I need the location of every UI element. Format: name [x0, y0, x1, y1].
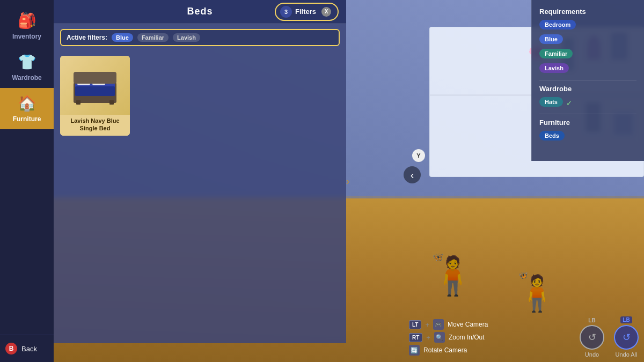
req-tag-beds[interactable]: Beds — [539, 131, 565, 141]
sidebar-item-furniture[interactable]: 🏠 Furniture — [0, 88, 54, 129]
y-button-area: Y — [412, 149, 425, 162]
filter-count: 3 — [280, 6, 292, 18]
panel-title: Beds — [187, 6, 213, 17]
bottom-controls: LT + 🎮 Move Camera RT + 🔍 Zoom In/Out 🔄 … — [409, 319, 488, 356]
furniture-section-title: Furniture — [539, 119, 636, 127]
control-row-camera-move: LT + 🎮 Move Camera — [409, 319, 488, 330]
sidebar-item-inventory[interactable]: 🎒 Inventory — [0, 5, 54, 47]
undo-button[interactable]: ↺ — [580, 325, 604, 350]
zoom-icon: 🔍 — [434, 332, 445, 343]
undo-all-label: Undo All — [616, 351, 638, 358]
lb-buttons-area: LB ↺ Undo LB ↺ Undo All — [580, 316, 639, 358]
wardrobe-section-title: Wardrobe — [539, 85, 636, 93]
svg-rect-4 — [74, 72, 116, 84]
sidebar-item-wardrobe-label: Wardrobe — [12, 74, 42, 82]
filter-tag-lavish[interactable]: Lavish — [173, 33, 200, 42]
undo-group: LB ↺ Undo — [580, 317, 604, 358]
inventory-panel: Beds 3 Filters X Active filters: Blue Fa… — [54, 0, 346, 343]
req-divider-2 — [539, 114, 636, 114]
panel-header: Beds 3 Filters X — [54, 0, 346, 24]
active-filters-bar: Active filters: Blue Familiar Lavish — [60, 29, 340, 46]
lt-button[interactable]: LT — [409, 320, 421, 329]
rotate-label: Rotate Camera — [423, 346, 467, 354]
main-content: 🌸 🧍 🧍 🦋 🦋 Y ‹ LT + 🎮 Move Camera RT + 🔍 — [54, 0, 644, 362]
control-row-zoom: RT + 🔍 Zoom In/Out — [409, 332, 488, 343]
undo-all-lb-label: LB — [620, 316, 632, 323]
wardrobe-icon: 👕 — [18, 53, 36, 71]
control-row-rotate: 🔄 Rotate Camera — [409, 345, 488, 356]
item-label: Lavish Navy Blue Single Bed — [60, 115, 130, 136]
req-tag-bedroom[interactable]: Bedroom — [539, 20, 576, 29]
req-tag-hats[interactable]: Hats — [539, 97, 563, 107]
filter-close[interactable]: X — [321, 7, 331, 17]
sidebar-item-furniture-label: Furniture — [13, 115, 41, 123]
char1-accessory: 🦋 — [433, 252, 443, 262]
req-tag-blue[interactable]: Blue — [539, 34, 563, 44]
sidebar-item-wardrobe[interactable]: 👕 Wardrobe — [0, 47, 54, 88]
svg-rect-5 — [75, 86, 115, 96]
item-image-area — [60, 56, 130, 115]
sidebar: 🎒 Inventory 👕 Wardrobe 🏠 Furniture B Bac… — [0, 0, 54, 362]
svg-rect-7 — [109, 100, 114, 105]
filter-tag-familiar[interactable]: Familiar — [137, 33, 169, 42]
wardrobe-tags-row: Hats ✓ — [539, 97, 636, 109]
active-filters-label: Active filters: — [67, 34, 107, 41]
char2-accessory: 🦋 — [518, 271, 528, 279]
furniture-icon: 🏠 — [18, 94, 36, 112]
undo-all-icon: ↺ — [623, 331, 631, 343]
filters-label: Filters — [295, 8, 316, 16]
requirements-title: Requirements — [539, 8, 636, 16]
svg-rect-6 — [76, 100, 80, 105]
req-divider-1 — [539, 80, 636, 80]
sidebar-back: B Back — [0, 335, 54, 362]
y-button[interactable]: Y — [412, 149, 425, 162]
filter-tag-blue[interactable]: Blue — [112, 33, 133, 42]
sidebar-chevron[interactable]: › — [346, 175, 349, 187]
item-card-bed[interactable]: 1 — [60, 56, 130, 136]
sidebar-item-inventory-label: Inventory — [12, 33, 41, 40]
undo-lb-label: LB — [588, 317, 595, 323]
rotate-icon: 🔄 — [409, 345, 420, 356]
undo-all-group: LB ↺ Undo All — [614, 316, 639, 358]
rt-button[interactable]: RT — [409, 333, 422, 342]
back-label: Back — [21, 345, 37, 353]
inventory-icon: 🎒 — [18, 12, 36, 29]
camera-move-label: Move Camera — [448, 321, 488, 328]
filters-button[interactable]: 3 Filters X — [275, 3, 339, 21]
plus-1: + — [425, 321, 429, 329]
hats-checkmark: ✓ — [566, 99, 572, 107]
zoom-label: Zoom In/Out — [449, 334, 485, 341]
undo-icon: ↺ — [588, 331, 596, 343]
plus-2: + — [426, 334, 430, 342]
furniture-tags-row: Beds — [539, 131, 636, 143]
bed-svg — [71, 64, 119, 107]
left-nav-arrow[interactable]: ‹ — [404, 166, 421, 183]
b-button[interactable]: B — [5, 343, 17, 354]
req-tag-lavish[interactable]: Lavish — [539, 63, 569, 73]
camera-move-icon: 🎮 — [433, 319, 444, 330]
undo-all-button[interactable]: ↺ — [614, 325, 639, 350]
item-grid: 1 — [54, 51, 346, 140]
requirements-panel: Requirements Bedroom Blue Familiar Lavis… — [531, 0, 644, 161]
requirements-tags: Bedroom Blue Familiar Lavish — [539, 20, 636, 76]
req-tag-familiar[interactable]: Familiar — [539, 49, 573, 58]
undo-label: Undo — [585, 351, 599, 358]
